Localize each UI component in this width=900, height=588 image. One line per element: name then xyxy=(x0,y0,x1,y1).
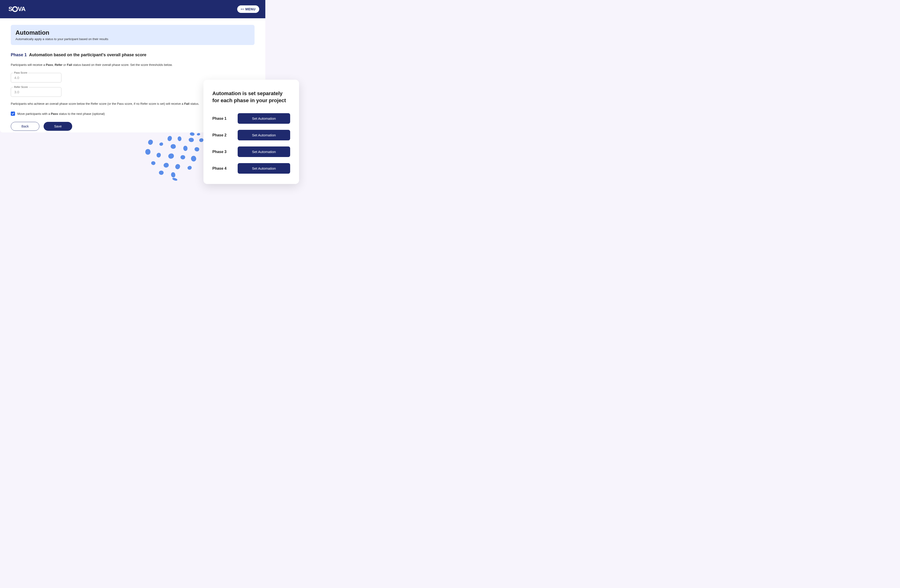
set-automation-button[interactable]: Set Automation xyxy=(237,163,290,174)
phase-row-label: Phase 2 xyxy=(213,133,227,137)
page-container: S VA MENU Automation Automatically apply… xyxy=(0,0,309,200)
move-participants-checkbox[interactable] xyxy=(11,112,15,116)
card-heading: Automation is set separately for each ph… xyxy=(213,90,290,104)
page-banner: Automation Automatically apply a status … xyxy=(11,25,254,45)
page-subtitle: Automatically apply a status to your par… xyxy=(16,37,250,41)
pass-score-field: Pass Score xyxy=(11,73,61,82)
phase-row: Phase 3 Set Automation xyxy=(213,146,290,157)
phase-automation-card: Automation is set separately for each ph… xyxy=(203,80,299,184)
phase-row: Phase 1 Set Automation xyxy=(213,113,290,124)
phase-row-label: Phase 1 xyxy=(213,116,227,121)
svg-text:VA: VA xyxy=(18,6,26,12)
section-title-text: Automation based on the participant's ov… xyxy=(29,53,146,57)
save-button[interactable]: Save xyxy=(43,122,72,131)
check-icon xyxy=(11,112,14,115)
phase-row: Phase 2 Set Automation xyxy=(213,130,290,140)
svg-point-1 xyxy=(12,7,17,11)
logo: S VA xyxy=(8,6,33,12)
intro-text: Participants will receive a Pass, Refer … xyxy=(11,62,254,67)
set-automation-button[interactable]: Set Automation xyxy=(237,146,290,157)
phase-row: Phase 4 Set Automation xyxy=(213,163,290,174)
phase-row-label: Phase 4 xyxy=(213,166,227,171)
set-automation-button[interactable]: Set Automation xyxy=(237,130,290,140)
section-heading: Phase 1Automation based on the participa… xyxy=(11,53,254,57)
refer-score-label: Refer Score xyxy=(13,85,29,88)
phase-row-label: Phase 3 xyxy=(213,150,227,154)
logo-icon: S VA xyxy=(8,6,33,12)
pass-score-input[interactable] xyxy=(11,73,61,82)
top-bar: S VA MENU xyxy=(0,0,265,18)
svg-text:S: S xyxy=(8,6,12,12)
page-title: Automation xyxy=(16,29,250,36)
refer-score-field: Refer Score xyxy=(11,87,61,97)
refer-score-input[interactable] xyxy=(11,87,61,97)
decorative-blobs xyxy=(138,131,209,188)
set-automation-button[interactable]: Set Automation xyxy=(237,113,290,124)
menu-label: MENU xyxy=(245,7,256,11)
menu-dots-icon xyxy=(241,9,244,9)
menu-button[interactable]: MENU xyxy=(237,5,259,13)
move-participants-label: Move participants with a Pass status to … xyxy=(17,112,105,116)
back-button[interactable]: Back xyxy=(11,122,39,131)
pass-score-label: Pass Score xyxy=(13,71,28,74)
phase-label: Phase 1 xyxy=(11,53,27,57)
